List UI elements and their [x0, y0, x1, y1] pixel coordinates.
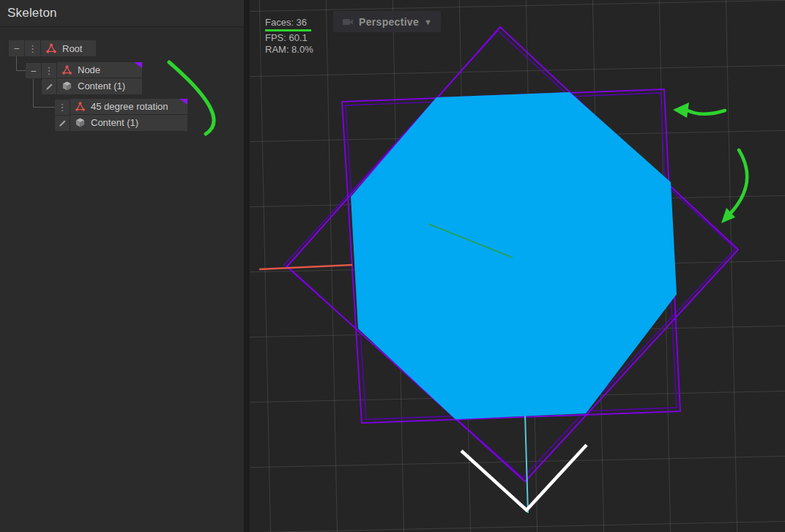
tree-block-node: Node Content (1) [57, 62, 142, 94]
collapse-icon: − [13, 43, 19, 53]
menu-button-node[interactable]: ⋮ [42, 63, 56, 78]
tree-connector [16, 56, 17, 71]
viewport-3d[interactable]: Faces: 36 FPS: 60.1 RAM: 8.0% Perspectiv… [250, 0, 785, 532]
pencil-icon [45, 82, 54, 91]
tree-item-label: Content (1) [91, 117, 138, 128]
edit-button-node-content[interactable] [42, 79, 56, 94]
panel-divider[interactable] [244, 0, 250, 532]
tree-item-label: Content (1) [78, 80, 125, 91]
edit-button-rotation-content[interactable] [55, 116, 70, 131]
tree-item-node[interactable]: Node [57, 62, 142, 78]
tree-item-label: Node [78, 64, 100, 75]
camera-mode-label: Perspective [359, 16, 419, 28]
skeleton-editor-app: Skeleton − ⋮ Root [0, 0, 785, 532]
viewport-grid [250, 0, 785, 532]
kebab-menu-icon: ⋮ [58, 102, 67, 112]
tree-item-label: 45 degree rotation [91, 101, 168, 112]
modified-corner-marker [179, 99, 187, 105]
tree-connector [33, 107, 55, 108]
skeleton-panel: Skeleton − ⋮ Root [0, 0, 244, 532]
cube-icon [75, 117, 86, 128]
pencil-icon [58, 119, 67, 128]
skeleton-tree: − ⋮ Root − ⋮ [0, 28, 244, 532]
cube-icon [62, 80, 72, 91]
modified-corner-marker [134, 62, 142, 68]
ram-stat: RAM: 8.0% [265, 44, 313, 56]
tree-item-label: Root [62, 43, 82, 54]
menu-button-root[interactable]: ⋮ [25, 40, 40, 56]
viewport-stats: Faces: 36 FPS: 60.1 RAM: 8.0% [265, 17, 313, 56]
kebab-menu-icon: ⋮ [28, 44, 37, 53]
tree-item-rotation[interactable]: 45 degree rotation [70, 99, 187, 114]
collapse-button-root[interactable]: − [9, 40, 24, 56]
kebab-menu-icon: ⋮ [45, 66, 54, 75]
camera-icon [342, 17, 354, 26]
panel-title: Skeleton [7, 6, 57, 20]
tree-block-rotation: 45 degree rotation Content (1) [70, 99, 187, 131]
tree-item-root[interactable]: Root [41, 40, 96, 56]
panel-header: Skeleton [0, 0, 244, 27]
bone-node-icon [75, 101, 86, 112]
chevron-down-icon: ▼ [424, 18, 432, 26]
fps-stat: FPS: 60.1 [265, 32, 313, 44]
collapse-icon: − [30, 66, 36, 76]
tree-connector [16, 70, 26, 71]
bone-node-icon [62, 64, 72, 75]
collapse-button-node[interactable]: − [26, 63, 41, 78]
camera-mode-dropdown[interactable]: Perspective ▼ [333, 11, 441, 32]
tree-item-rotation-content[interactable]: Content (1) [70, 114, 187, 130]
tree-item-node-content[interactable]: Content (1) [57, 78, 142, 93]
menu-button-rotation[interactable]: ⋮ [55, 100, 70, 115]
tree-connector [33, 79, 34, 108]
bone-node-icon [45, 42, 57, 54]
faces-stat: Faces: 36 [265, 17, 311, 31]
